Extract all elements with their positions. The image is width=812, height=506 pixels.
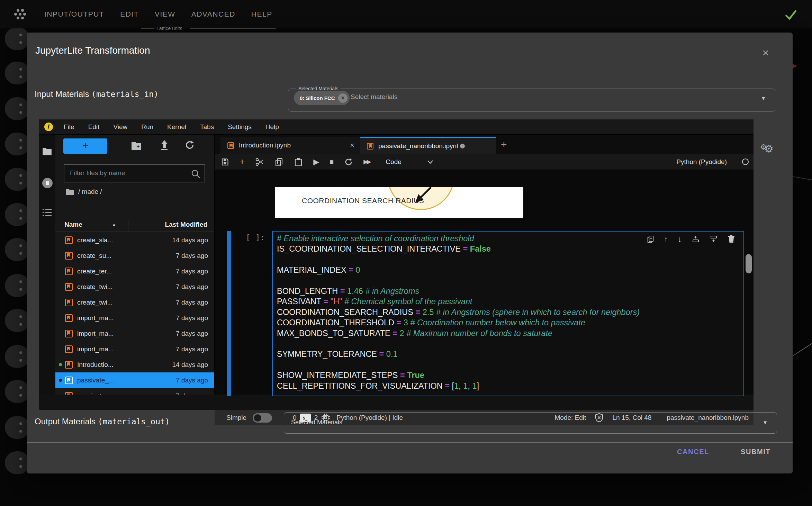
kernel-status-icon[interactable] — [742, 159, 749, 165]
tab-passivate-nanoribbon[interactable]: passivate_nanoribbon.ipynl — [360, 137, 496, 154]
restart-kernel-icon[interactable] — [344, 157, 353, 166]
cancel-button[interactable]: CANCEL — [677, 448, 709, 456]
widget-handle[interactable] — [5, 380, 30, 403]
app-logo-icon[interactable] — [13, 7, 27, 21]
paste-cells-icon[interactable] — [294, 157, 303, 166]
code-line[interactable] — [277, 275, 640, 286]
jupyter-menu-file[interactable]: File — [64, 123, 74, 131]
new-launcher-button[interactable]: + — [63, 138, 107, 154]
chip-remove-icon[interactable]: × — [338, 93, 348, 103]
code-line[interactable]: PASSIVANT = "H" # Chemical symbol of the… — [277, 296, 640, 307]
jupyter-menu-tabs[interactable]: Tabs — [200, 123, 214, 131]
code-line[interactable]: CELL_REPETITIONS_FOR_VISUALIZATION = [1,… — [277, 381, 640, 391]
widget-handle[interactable] — [5, 238, 30, 261]
cell-collapser[interactable] — [227, 231, 231, 396]
jupyter-menu-view[interactable]: View — [113, 123, 127, 131]
cell-type-select[interactable]: Code — [386, 158, 401, 166]
kernel-name-button[interactable]: Python (Pyodide) — [676, 158, 727, 166]
column-name[interactable]: Name — [64, 221, 82, 228]
app-menu-advanced[interactable]: ADVANCED — [191, 10, 235, 18]
submit-button[interactable]: SUBMIT — [741, 448, 770, 456]
jupyter-menu-kernel[interactable]: Kernel — [167, 123, 186, 131]
code-text[interactable]: # Enable interactive selection of coordi… — [277, 233, 640, 391]
widget-handle[interactable] — [5, 274, 30, 297]
code-line[interactable]: # Enable interactive selection of coordi… — [277, 233, 640, 244]
widget-handle[interactable] — [5, 451, 30, 474]
jupyter-menu-edit[interactable]: Edit — [88, 123, 100, 131]
file-row[interactable]: passivate_... 7 days ago — [55, 388, 214, 395]
file-browser-tab-icon[interactable] — [42, 147, 52, 157]
widget-handle[interactable] — [5, 97, 30, 120]
code-line[interactable] — [277, 338, 640, 349]
code-cell-editor[interactable]: # Enable interactive selection of coordi… — [272, 231, 744, 396]
app-menu-edit[interactable]: EDIT — [120, 10, 139, 18]
widget-handle[interactable] — [5, 345, 30, 368]
upload-icon[interactable] — [159, 139, 170, 152]
refresh-file-list-icon[interactable] — [184, 140, 195, 152]
restart-run-all-icon[interactable]: ▶▶ — [363, 158, 370, 165]
code-line[interactable]: COORDINATION_THRESHOLD = 3 # Coordinatio… — [277, 317, 640, 328]
code-line[interactable]: SYMMETRY_TOLERANCE = 0.1 — [277, 349, 640, 359]
file-row[interactable]: Introductio... 14 days ago — [55, 357, 214, 372]
cut-cells-icon[interactable] — [255, 157, 264, 166]
column-last-modified[interactable]: Last Modified — [165, 221, 207, 228]
sort-ascending-icon[interactable]: ▲ — [112, 222, 116, 226]
notebook-scrollbar-thumb[interactable] — [746, 254, 752, 273]
insert-cell-above-icon[interactable] — [692, 235, 700, 243]
chevron-down-icon[interactable] — [427, 160, 433, 164]
insert-cell-icon[interactable]: + — [240, 156, 245, 167]
code-line[interactable]: BOND_LENGTH = 1.46 # in Angstroms — [277, 286, 640, 296]
code-line[interactable]: IS_COORDINATION_SELECTION_INTERACTIVE = … — [277, 244, 640, 254]
widget-handle[interactable] — [5, 62, 30, 84]
simple-mode-toggle[interactable] — [253, 413, 272, 423]
stop-kernel-icon[interactable]: ■ — [330, 158, 334, 166]
table-of-contents-tab-icon[interactable] — [42, 208, 52, 218]
filter-files-input[interactable]: Filter files by name — [64, 164, 205, 182]
app-menu-view[interactable]: VIEW — [155, 10, 175, 18]
tab-close-icon[interactable]: × — [350, 141, 354, 150]
tab-introduction[interactable]: Introduction.ipynb × — [220, 137, 360, 154]
widget-handle[interactable] — [5, 133, 30, 155]
file-row[interactable]: import_ma... 7 days ago — [55, 326, 214, 341]
app-menu-input-output[interactable]: INPUT/OUTPUT — [44, 10, 104, 18]
delete-cell-icon[interactable] — [728, 235, 735, 243]
widget-handle[interactable] — [5, 27, 30, 50]
code-line[interactable] — [277, 360, 640, 370]
dropdown-arrow-icon[interactable]: ▼ — [763, 419, 768, 425]
running-sessions-tab-icon[interactable] — [42, 178, 53, 188]
file-row[interactable]: create_twi... 7 days ago — [55, 295, 214, 310]
move-cell-up-icon[interactable]: ↑ — [664, 234, 668, 244]
file-row[interactable]: create_twi... 7 days ago — [55, 279, 214, 295]
app-menu-help[interactable]: HELP — [251, 10, 272, 18]
code-line[interactable]: SHOW_INTERMEDIATE_STEPS = True — [277, 370, 640, 380]
code-line[interactable]: MAX_BONDS_TO_SATURATE = 2 # Maximum numb… — [277, 328, 640, 338]
move-cell-down-icon[interactable]: ↓ — [678, 234, 682, 244]
duplicate-cell-icon[interactable]: + — [647, 235, 654, 243]
file-row[interactable]: create_ter... 7 days ago — [55, 263, 214, 279]
breadcrumb[interactable]: / made / — [66, 188, 102, 196]
jupyter-menu-help[interactable]: Help — [265, 123, 279, 131]
code-line[interactable]: COORDINATION_SEARCH_RADIUS = 2.5 # in An… — [277, 307, 640, 317]
notebook-content[interactable]: COORDINATION SEARCH RADIUS [ ]: # Enable… — [215, 170, 754, 395]
save-icon[interactable] — [221, 158, 229, 166]
jupyter-menu-settings[interactable]: Settings — [228, 123, 252, 131]
material-chip[interactable]: 0: Silicon FCC × — [294, 91, 350, 105]
copy-cells-icon[interactable] — [274, 157, 283, 166]
code-line[interactable] — [277, 254, 640, 265]
new-folder-icon[interactable]: + — [131, 141, 142, 152]
file-row[interactable]: passivate_... 7 days ago — [55, 372, 214, 388]
new-tab-icon[interactable]: + — [501, 139, 507, 150]
close-icon[interactable]: × — [758, 45, 773, 60]
file-row[interactable]: import_ma... 7 days ago — [55, 341, 214, 357]
insert-cell-below-icon[interactable] — [710, 235, 718, 243]
selected-materials-input[interactable]: Selected Materials 0: Silicon FCC × Sele… — [288, 86, 775, 111]
run-cell-icon[interactable]: ▶ — [313, 157, 319, 166]
widget-handle[interactable] — [5, 416, 30, 439]
widget-handle[interactable] — [5, 309, 30, 332]
widget-handle[interactable] — [5, 168, 30, 191]
dropdown-arrow-icon[interactable]: ▼ — [761, 95, 766, 101]
widget-handle[interactable] — [5, 203, 30, 226]
file-row[interactable]: import_ma... 7 days ago — [55, 310, 214, 326]
widget-settings-gears-icon[interactable]: ⚙⚙ — [760, 143, 774, 155]
output-materials-select[interactable]: Selected Materials ▼ — [284, 412, 777, 434]
